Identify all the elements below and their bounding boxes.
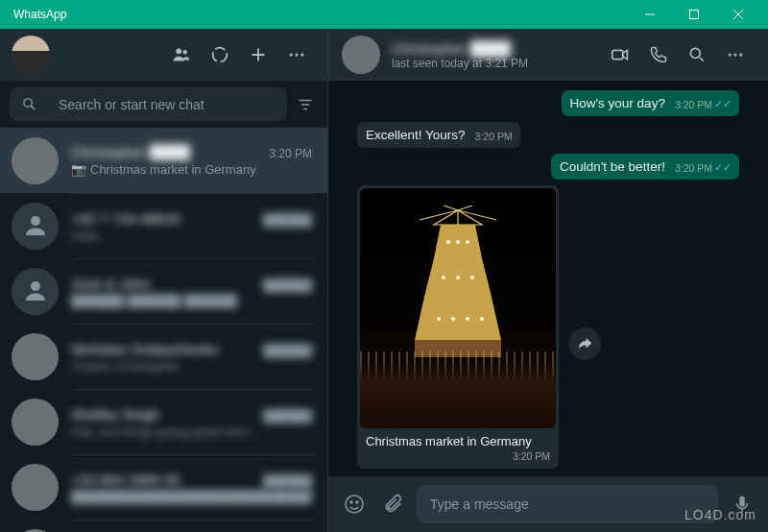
- message-time: 3:20 PM: [475, 131, 513, 142]
- chat-item-preview: Hey, are things going great here ...: [71, 424, 312, 439]
- svg-point-27: [350, 501, 352, 503]
- messages-container: How's your day?3:20 PM✓✓Excellent! Yours…: [328, 81, 768, 476]
- chat-item-name: Nicholas Ovdaschenko: [71, 341, 218, 357]
- search-input[interactable]: Search or start new chat: [10, 87, 287, 121]
- svg-point-22: [451, 317, 455, 321]
- search-icon: [21, 96, 37, 112]
- image-message[interactable]: Christmas market in Germany3:20 PM: [357, 185, 559, 469]
- read-receipt-icon: ✓✓: [714, 98, 732, 110]
- chat-item-info: José & John████████████ ██████ ██████: [71, 258, 316, 324]
- contact-status: last seen today at 3:21 PM: [392, 57, 601, 70]
- conversation-menu-icon[interactable]: [716, 36, 755, 74]
- window-titlebar: WhatsApp: [0, 0, 768, 29]
- chat-item-info: +32 7 716-48620██████Hello: [71, 193, 316, 258]
- incoming-message[interactable]: Excellent! Yours?3:20 PM: [357, 122, 520, 148]
- outgoing-message[interactable]: Couldn't be better!3:20 PM✓✓: [551, 154, 739, 180]
- chat-list-item[interactable]: +33 864 2689 09█████████████████████████…: [0, 454, 327, 520]
- status-icon[interactable]: [201, 36, 239, 74]
- chat-list-item[interactable]: +32 7 716-48620██████Hello: [0, 193, 327, 258]
- message-time: 3:20 PM: [675, 99, 712, 110]
- window-title: WhatsApp: [13, 8, 628, 21]
- message-input[interactable]: Type a message: [417, 485, 718, 523]
- contact-avatar[interactable]: [342, 36, 380, 74]
- emoji-icon[interactable]: [340, 493, 369, 516]
- message-row: Christmas market in Germany3:20 PM: [357, 185, 739, 469]
- filter-icon[interactable]: [293, 96, 318, 113]
- search-row: Search or start new chat: [0, 81, 327, 128]
- chat-item-avatar: [12, 529, 59, 533]
- contact-info[interactable]: Christopher ████ last seen today at 3:21…: [392, 40, 601, 70]
- voice-call-icon[interactable]: [639, 36, 678, 74]
- message-image[interactable]: [360, 188, 556, 428]
- read-receipt-icon: ✓✓: [714, 161, 732, 174]
- svg-point-28: [356, 501, 358, 503]
- svg-rect-29: [739, 496, 745, 507]
- chat-item-time: ██████: [263, 474, 312, 488]
- chat-item-preview: Hello: [71, 229, 312, 243]
- sidebar-header: [0, 29, 327, 81]
- window-maximize-button[interactable]: [672, 0, 716, 29]
- chat-item-info: Nicholas Ovdaschenko██████Thanks Christo…: [71, 324, 316, 389]
- chat-list-item[interactable]: Nicholas Ovdaschenko██████Thanks Christo…: [0, 324, 327, 389]
- svg-rect-0: [690, 11, 699, 19]
- svg-point-19: [456, 276, 460, 279]
- forward-icon[interactable]: [568, 327, 601, 360]
- svg-point-24: [480, 317, 484, 321]
- chat-list-item[interactable]: Christopher ████3:20 PM📷Christmas market…: [0, 128, 327, 193]
- chat-item-time: ██████: [263, 409, 312, 423]
- chat-item-name: Shelley Singh: [71, 406, 159, 423]
- svg-point-5: [296, 54, 299, 57]
- chat-item-avatar: [12, 137, 59, 184]
- chat-item-avatar: [12, 333, 59, 380]
- outgoing-message[interactable]: How's your day?3:20 PM✓✓: [562, 90, 739, 116]
- chat-list-item[interactable]: Shelley Singh██████Hey, are things going…: [0, 389, 327, 454]
- svg-point-18: [442, 276, 445, 279]
- svg-point-3: [213, 48, 228, 62]
- chat-item-preview: 📷Christmas market in Germany: [71, 162, 312, 177]
- compose-bar: Type a message: [328, 476, 768, 532]
- message-row: Couldn't be better!3:20 PM✓✓: [357, 154, 739, 185]
- svg-point-1: [176, 48, 181, 54]
- chat-item-preview: Thanks Christopher: [71, 359, 312, 374]
- message-meta: 3:20 PM✓✓: [675, 98, 732, 110]
- svg-point-20: [470, 276, 474, 279]
- message-meta: 3:20 PM✓✓: [675, 161, 732, 174]
- search-placeholder: Search or start new chat: [59, 97, 204, 112]
- chat-item-name: +32 7 716-48620: [71, 210, 180, 227]
- chat-item-time: ██████: [263, 278, 312, 292]
- menu-icon[interactable]: [277, 36, 316, 74]
- message-row: How's your day?3:20 PM✓✓: [357, 90, 739, 122]
- chat-item-time: 3:20 PM: [269, 147, 312, 160]
- chat-item-name: José & John: [71, 276, 151, 292]
- search-in-chat-icon[interactable]: [678, 36, 716, 74]
- svg-point-4: [290, 54, 293, 57]
- conversation-pane: Christopher ████ last seen today at 3:21…: [328, 29, 768, 532]
- conversation-header: Christopher ████ last seen today at 3:21…: [328, 29, 768, 81]
- message-meta: 3:20 PM: [475, 131, 513, 142]
- chat-item-info: Lisa Guerra██████████ ████ ██ ██████: [71, 520, 316, 532]
- chat-item-name: Christopher ████: [71, 144, 190, 160]
- message-text: Couldn't be better!: [560, 159, 665, 174]
- message-input-placeholder: Type a message: [430, 496, 529, 512]
- attach-icon[interactable]: [378, 494, 407, 515]
- app-main: Search or start new chat Christopher ███…: [0, 29, 768, 532]
- my-avatar[interactable]: [12, 36, 50, 74]
- chat-list-item[interactable]: José & John████████████ ██████ ██████: [0, 258, 327, 324]
- svg-point-13: [734, 54, 737, 57]
- photo-icon: 📷: [71, 162, 86, 177]
- voice-message-icon[interactable]: [728, 494, 756, 515]
- svg-point-9: [31, 281, 40, 291]
- svg-point-6: [300, 54, 303, 57]
- svg-point-21: [437, 317, 441, 321]
- svg-point-11: [690, 48, 700, 58]
- chat-item-avatar: [12, 268, 59, 315]
- window-minimize-button[interactable]: [628, 0, 672, 29]
- video-call-icon[interactable]: [601, 36, 639, 74]
- chat-list-item[interactable]: Lisa Guerra██████████ ████ ██ ██████: [0, 520, 327, 532]
- svg-point-7: [24, 99, 32, 108]
- new-chat-icon[interactable]: [239, 36, 277, 74]
- svg-point-26: [346, 496, 363, 513]
- svg-point-14: [739, 54, 742, 57]
- window-close-button[interactable]: [716, 0, 760, 29]
- communities-icon[interactable]: [162, 36, 201, 74]
